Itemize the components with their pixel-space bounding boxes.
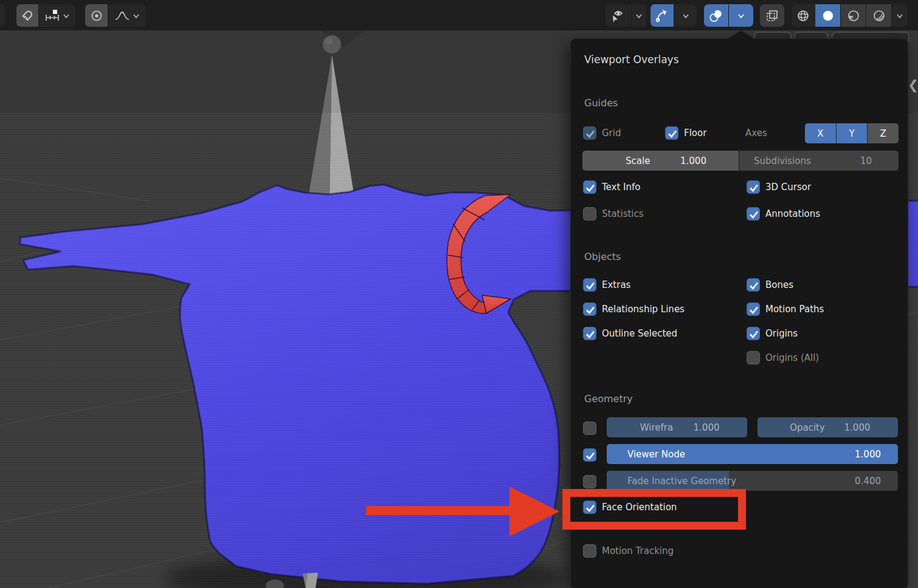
relationship-lines-checkbox[interactable] — [583, 303, 596, 316]
chevron-down-icon — [682, 12, 690, 20]
shading-rendered-button[interactable] — [866, 4, 891, 27]
viewer-node-checkbox[interactable] — [583, 448, 596, 462]
material-sphere-icon — [846, 9, 861, 23]
fade-inactive-checkbox-wrap[interactable] — [583, 474, 596, 490]
xray-group — [760, 4, 784, 27]
check-icon — [748, 208, 760, 220]
object-types-chevron[interactable] — [631, 4, 646, 27]
motion-paths-row[interactable]: Motion Paths — [747, 301, 824, 317]
bones-label: Bones — [765, 279, 793, 290]
shading-material-button[interactable] — [840, 4, 866, 27]
relationship-lines-row[interactable]: Relationship Lines — [583, 301, 685, 317]
blender-window: ❮ Viewport Overlays Guides Grid Floor Ax… — [0, 0, 918, 588]
proportional-editing-button[interactable] — [85, 4, 108, 27]
motion-tracking-checkbox[interactable] — [583, 544, 596, 558]
origins-all-label: Origins (All) — [765, 352, 819, 363]
wireframe-slider[interactable]: Wirefra 1.000 — [607, 417, 747, 437]
outline-selected-checkbox[interactable] — [583, 327, 596, 340]
axes-xyz-buttons: X Y Z — [805, 123, 899, 143]
grid-subdivisions-slider[interactable]: Subdivisions 10 — [739, 151, 899, 171]
toggle-xray-button[interactable] — [760, 4, 784, 27]
sidebar-collapse-chevron-icon[interactable]: ❮ — [908, 72, 918, 98]
proportional-editing-group — [85, 4, 146, 27]
axis-y-button[interactable]: Y — [836, 123, 868, 143]
shading-chevron[interactable] — [891, 4, 908, 27]
overlays-toggle-button[interactable] — [704, 4, 728, 27]
3d-cursor-row[interactable]: 3D Cursor — [747, 179, 811, 195]
motion-tracking-label: Motion Tracking — [602, 545, 674, 556]
annotation-highlight-box — [562, 489, 746, 530]
snap-increment-icon — [44, 9, 60, 22]
gizmos-chevron[interactable] — [674, 4, 697, 27]
bones-row[interactable]: Bones — [747, 277, 793, 293]
shading-solid-button[interactable] — [815, 4, 840, 27]
check-icon — [748, 279, 760, 292]
xray-icon — [765, 9, 779, 23]
eye-pointer-icon — [610, 9, 626, 23]
floor-checkbox-row[interactable]: Floor — [665, 125, 706, 141]
popover-title: Viewport Overlays — [584, 53, 679, 66]
grid-scale-slider[interactable]: Scale 1.000 — [582, 151, 739, 171]
chevron-down-icon — [132, 12, 140, 20]
overlays-dropdown-chevron[interactable] — [728, 4, 753, 27]
gizmos-toggle-button[interactable] — [651, 4, 674, 27]
chevron-down-icon — [635, 12, 643, 20]
opacity-value: 1.000 — [828, 422, 887, 433]
bones-checkbox[interactable] — [747, 278, 760, 292]
origins-all-checkbox[interactable] — [747, 351, 760, 364]
floor-checkbox[interactable] — [665, 126, 678, 140]
chevron-down-icon — [737, 12, 745, 20]
wireframe-value: 1.000 — [677, 422, 736, 433]
outline-selected-row[interactable]: Outline Selected — [583, 326, 677, 341]
wireframe-row-checkbox-wrap[interactable] — [583, 420, 596, 436]
proportional-circle-icon — [90, 9, 103, 22]
3d-cursor-checkbox[interactable] — [747, 180, 760, 194]
snap-target-button[interactable] — [38, 4, 75, 27]
wireframe-checkbox[interactable] — [583, 422, 596, 435]
fade-inactive-slider[interactable]: Fade Inactive Geometry 0.400 — [607, 471, 898, 491]
fade-inactive-checkbox[interactable] — [583, 475, 596, 488]
falloff-curve-icon — [114, 9, 130, 22]
origins-row[interactable]: Origins — [747, 326, 798, 341]
motion-paths-label: Motion Paths — [765, 304, 824, 315]
show-object-types-button[interactable] — [606, 4, 631, 27]
axis-x-button[interactable]: X — [805, 123, 836, 143]
popover-pointer — [728, 30, 754, 39]
annotations-row[interactable]: Annotations — [747, 206, 820, 222]
grid-checkbox[interactable] — [583, 126, 596, 140]
viewer-node-checkbox-wrap[interactable] — [583, 447, 596, 463]
motion-tracking-row[interactable]: Motion Tracking — [583, 543, 674, 559]
origins-checkbox[interactable] — [747, 327, 760, 340]
text-info-label: Text Info — [602, 182, 641, 193]
text-info-row[interactable]: Text Info — [583, 179, 641, 195]
shading-group — [792, 4, 908, 27]
proportional-falloff-button[interactable] — [108, 4, 146, 27]
shading-wireframe-button[interactable] — [792, 4, 815, 27]
annotations-checkbox[interactable] — [747, 207, 760, 220]
viewport-header — [0, 0, 918, 30]
bone-head-sphere — [323, 35, 341, 53]
axis-z-button[interactable]: Z — [867, 123, 899, 143]
origins-all-row[interactable]: Origins (All) — [747, 350, 819, 366]
text-info-checkbox[interactable] — [583, 180, 596, 194]
gizmo-arrow-icon — [655, 9, 669, 23]
check-icon — [584, 450, 596, 462]
opacity-slider[interactable]: Opacity 1.000 — [758, 417, 898, 437]
motion-paths-checkbox[interactable] — [747, 303, 760, 316]
magnet-icon — [21, 9, 34, 22]
extras-checkbox[interactable] — [583, 278, 596, 292]
overlays-group — [704, 4, 753, 27]
viewer-node-slider[interactable]: Viewer Node 1.000 — [607, 444, 898, 464]
check-icon — [584, 182, 596, 194]
grid-checkbox-row[interactable]: Grid — [583, 125, 621, 141]
extras-row[interactable]: Extras — [583, 277, 630, 293]
scale-value: 1.000 — [661, 156, 726, 166]
annotations-label: Annotations — [765, 208, 820, 219]
statistics-row[interactable]: Statistics — [583, 206, 644, 222]
snap-toggle-button[interactable] — [16, 4, 38, 27]
statistics-checkbox[interactable] — [583, 207, 596, 220]
clipped-dropdown-button[interactable] — [0, 4, 5, 27]
check-icon — [584, 304, 596, 316]
grid-label: Grid — [602, 128, 621, 138]
floor-label: Floor — [684, 128, 706, 138]
